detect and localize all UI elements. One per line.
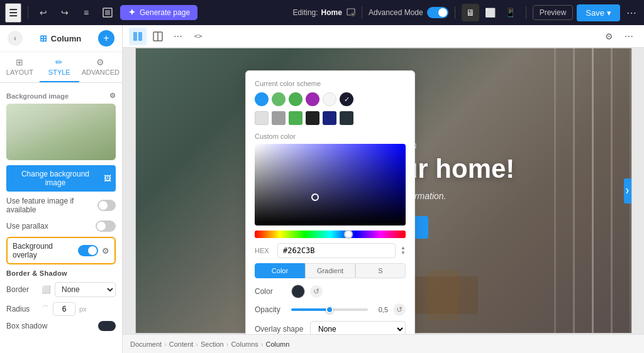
color-picker-tabs: Color Gradient S bbox=[255, 263, 406, 278]
columns-view-button[interactable] bbox=[129, 28, 147, 45]
tab-advanced[interactable]: ⚙ ADVANCED bbox=[79, 52, 122, 82]
more-options-button[interactable]: ⋯ bbox=[624, 4, 639, 21]
image-icon: 🖼 bbox=[104, 174, 111, 183]
canvas-area: SPRING EDITION Redefine your home! Conta… bbox=[123, 48, 644, 334]
breadcrumb: Document › Content › Section › Columns ›… bbox=[123, 334, 644, 353]
bg-image-preview bbox=[6, 104, 116, 160]
save-button[interactable]: Save ▾ bbox=[577, 4, 620, 21]
sidebar-title: ⊞ Column bbox=[40, 33, 81, 43]
topbar-divider2 bbox=[362, 6, 362, 19]
change-background-button[interactable]: Change background image 🖼 bbox=[6, 165, 116, 192]
radius-input[interactable]: 6 bbox=[53, 302, 75, 316]
swatch-green-check[interactable] bbox=[289, 111, 303, 125]
breadcrumb-content[interactable]: Content bbox=[169, 340, 194, 348]
color-gradient-box[interactable] bbox=[255, 144, 406, 225]
hex-arrows[interactable]: ▲▼ bbox=[401, 246, 406, 256]
parallax-toggle-row: Use parallax bbox=[6, 219, 116, 233]
radius-label: Radius bbox=[6, 305, 38, 313]
dots-view-button[interactable]: ⋯ bbox=[169, 28, 187, 45]
swatch-dark-blue-gray[interactable] bbox=[340, 111, 353, 125]
tablet-icon[interactable]: ⬜ bbox=[482, 4, 499, 21]
background-image-label: Background image ⚙ bbox=[6, 92, 116, 100]
code-view-button[interactable]: <> bbox=[189, 28, 207, 45]
hue-bar[interactable] bbox=[255, 231, 406, 238]
svg-rect-5 bbox=[138, 32, 142, 41]
swatch-navy[interactable] bbox=[323, 111, 336, 125]
radius-icon: ⌒ bbox=[42, 304, 49, 315]
solid-tab[interactable]: S bbox=[355, 263, 406, 278]
swatch-light[interactable] bbox=[323, 92, 336, 106]
list-button[interactable]: ≡ bbox=[77, 4, 95, 21]
advanced-icon: ⚙ bbox=[96, 57, 104, 67]
layout-icon: ⊞ bbox=[16, 57, 23, 67]
opacity-slider[interactable] bbox=[291, 308, 368, 311]
overlay-shape-select[interactable]: None bbox=[310, 321, 406, 334]
breadcrumb-sep-2: › bbox=[196, 340, 198, 348]
undo-button[interactable]: ↩ bbox=[35, 4, 52, 21]
svg-rect-1 bbox=[105, 10, 110, 15]
style-icon: ✏ bbox=[55, 57, 63, 67]
svg-rect-4 bbox=[133, 32, 137, 41]
border-shadow-title: Border & Shadow bbox=[6, 269, 116, 277]
opacity-reset-button[interactable]: ↺ bbox=[393, 303, 406, 316]
swatch-dark[interactable] bbox=[340, 92, 353, 106]
breadcrumb-current: Column bbox=[265, 340, 289, 348]
opacity-row: Opacity 0,5 ↺ bbox=[255, 303, 406, 316]
content-more-button[interactable]: ⋯ bbox=[620, 28, 638, 45]
advanced-mode-toggle[interactable] bbox=[427, 7, 448, 18]
parallax-toggle[interactable] bbox=[96, 220, 116, 232]
breadcrumb-document[interactable]: Document bbox=[130, 340, 162, 348]
swatch-dark-gray[interactable] bbox=[306, 111, 319, 125]
feature-image-toggle[interactable] bbox=[97, 200, 116, 211]
mobile-icon[interactable]: 📱 bbox=[502, 4, 519, 21]
border-row: Border ⬜ None bbox=[6, 282, 116, 297]
swatch-purple[interactable] bbox=[306, 92, 319, 106]
content-area: ⋯ <> ⚙ ⋯ SPRING EDITION Redefine your ho… bbox=[123, 25, 644, 353]
color-dot[interactable] bbox=[291, 285, 305, 298]
sidebar-back-button[interactable]: ‹ bbox=[8, 31, 23, 46]
preview-button[interactable]: Preview bbox=[533, 5, 574, 20]
desktop-icon[interactable]: 🖥 bbox=[462, 4, 479, 21]
content-settings-button[interactable]: ⚙ bbox=[600, 28, 618, 45]
split-view-button[interactable] bbox=[149, 28, 167, 45]
breadcrumb-sep-1: › bbox=[164, 340, 167, 348]
swatch-gray-light[interactable] bbox=[255, 111, 269, 125]
hue-thumb[interactable] bbox=[344, 230, 353, 239]
border-icon: ⬜ bbox=[42, 285, 51, 294]
swatch-gray-mid[interactable] bbox=[272, 111, 286, 125]
tab-style[interactable]: ✏ STYLE bbox=[40, 52, 79, 82]
hex-row: HEX ▲▼ bbox=[255, 243, 406, 258]
box-shadow-toggle[interactable] bbox=[98, 321, 116, 331]
color-swatches-row2 bbox=[255, 111, 406, 125]
advanced-mode-label: Advanced Mode bbox=[369, 8, 423, 17]
color-tab[interactable]: Color bbox=[255, 263, 305, 278]
breadcrumb-section[interactable]: Section bbox=[201, 340, 224, 348]
settings-icon[interactable]: ⚙ bbox=[109, 92, 116, 100]
current-scheme-label: Current color scheme bbox=[255, 80, 406, 87]
feature-image-toggle-row: Use feature image if available bbox=[6, 195, 116, 215]
sidebar-add-button[interactable]: + bbox=[98, 30, 114, 46]
editing-label: Editing: Home bbox=[293, 8, 355, 17]
breadcrumb-columns[interactable]: Columns bbox=[231, 340, 258, 348]
redo-button[interactable]: ↪ bbox=[56, 4, 74, 21]
swatch-blue[interactable] bbox=[255, 92, 269, 106]
feature-image-label: Use feature image if available bbox=[6, 197, 97, 214]
swatch-green[interactable] bbox=[272, 92, 286, 106]
overlay-settings-icon[interactable]: ⚙ bbox=[102, 246, 109, 256]
swatch-green2[interactable] bbox=[289, 92, 303, 106]
overlay-shape-row: Overlay shape None bbox=[255, 321, 406, 334]
color-reset-button[interactable]: ↺ bbox=[310, 285, 323, 298]
border-select[interactable]: None bbox=[55, 282, 116, 297]
tab-layout[interactable]: ⊞ LAYOUT bbox=[0, 52, 40, 82]
color-value-row: Color ↺ bbox=[255, 285, 406, 298]
gradient-tab[interactable]: Gradient bbox=[305, 263, 355, 278]
frame-button[interactable] bbox=[99, 4, 116, 21]
opacity-value: 0,5 bbox=[373, 306, 388, 313]
overlay-toggle[interactable] bbox=[78, 245, 98, 256]
menu-icon[interactable]: ☰ bbox=[5, 3, 21, 23]
radius-unit: px bbox=[79, 305, 87, 313]
topbar-divider4 bbox=[526, 6, 526, 19]
generate-page-button[interactable]: Generate page bbox=[120, 5, 197, 20]
hex-input[interactable] bbox=[277, 243, 396, 258]
opacity-thumb bbox=[326, 306, 333, 313]
